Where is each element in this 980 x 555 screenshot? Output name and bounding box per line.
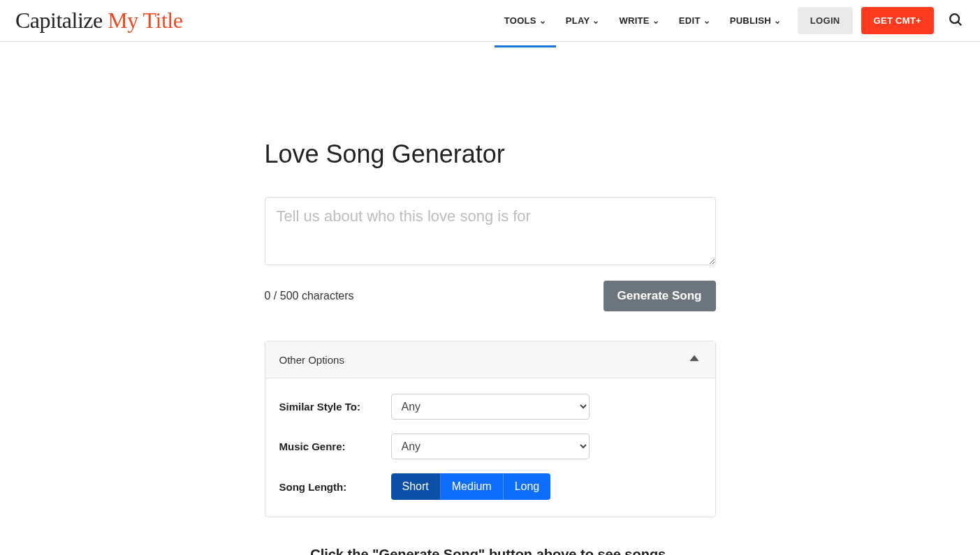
length-medium-button[interactable]: Medium: [441, 473, 504, 500]
nav-item-write[interactable]: WRITE: [609, 1, 668, 40]
chevron-down-icon: [703, 17, 710, 24]
nav-item-publish[interactable]: PUBLISH: [720, 1, 791, 40]
svg-marker-2: [689, 355, 699, 361]
logo-part2: My Title: [108, 8, 182, 33]
main-nav: TOOLS PLAY WRITE EDIT PUBLISH LOGIN GET …: [495, 1, 967, 40]
nav-item-play[interactable]: PLAY: [556, 1, 610, 40]
main-content: Love Song Generator 0 / 500 characters G…: [265, 140, 716, 555]
prompt-footer-row: 0 / 500 characters Generate Song: [265, 281, 716, 311]
option-row-length: Song Length: Short Medium Long: [279, 473, 701, 500]
genre-label: Music Genre:: [279, 441, 391, 452]
page-title: Love Song Generator: [265, 140, 716, 169]
logo-part1: Capitalize: [15, 8, 108, 33]
nav-item-label: PLAY: [566, 15, 590, 26]
style-label: Similar Style To:: [279, 401, 391, 413]
nav-item-tools[interactable]: TOOLS: [495, 1, 556, 40]
other-options-panel: Other Options Similar Style To: Any Musi…: [265, 341, 716, 517]
search-button[interactable]: [944, 8, 967, 34]
svg-point-0: [950, 14, 959, 23]
nav-item-label: WRITE: [619, 15, 649, 26]
nav-item-label: PUBLISH: [730, 15, 771, 26]
chevron-down-icon: [539, 17, 546, 24]
chevron-down-icon: [774, 17, 781, 24]
nav-item-edit[interactable]: EDIT: [669, 1, 720, 40]
style-select[interactable]: Any: [391, 394, 590, 420]
nav-item-label: EDIT: [679, 15, 701, 26]
chevron-up-icon: [687, 351, 701, 368]
prompt-input[interactable]: [265, 197, 716, 265]
chevron-down-icon: [652, 17, 659, 24]
length-long-button[interactable]: Long: [504, 473, 551, 500]
length-label: Song Length:: [279, 481, 391, 493]
site-header: Capitalize My Title TOOLS PLAY WRITE EDI…: [0, 0, 980, 42]
option-row-style: Similar Style To: Any: [279, 394, 701, 420]
generate-song-button[interactable]: Generate Song: [604, 281, 716, 311]
svg-line-1: [958, 22, 961, 25]
option-row-genre: Music Genre: Any: [279, 434, 701, 459]
get-cmt-plus-button[interactable]: GET CMT+: [861, 7, 935, 34]
login-button[interactable]: LOGIN: [798, 7, 853, 34]
length-button-group: Short Medium Long: [391, 473, 551, 500]
char-count: 0 / 500 characters: [265, 290, 354, 302]
site-logo[interactable]: Capitalize My Title: [15, 8, 182, 34]
other-options-toggle[interactable]: Other Options: [265, 341, 715, 378]
length-short-button[interactable]: Short: [391, 473, 441, 500]
other-options-label: Other Options: [279, 354, 344, 366]
hint-text: Click the "Generate Song" button above t…: [265, 547, 716, 555]
search-icon: [948, 19, 963, 29]
genre-select[interactable]: Any: [391, 434, 590, 459]
other-options-body: Similar Style To: Any Music Genre: Any S…: [265, 378, 715, 517]
nav-item-label: TOOLS: [504, 15, 536, 26]
chevron-down-icon: [592, 17, 599, 24]
